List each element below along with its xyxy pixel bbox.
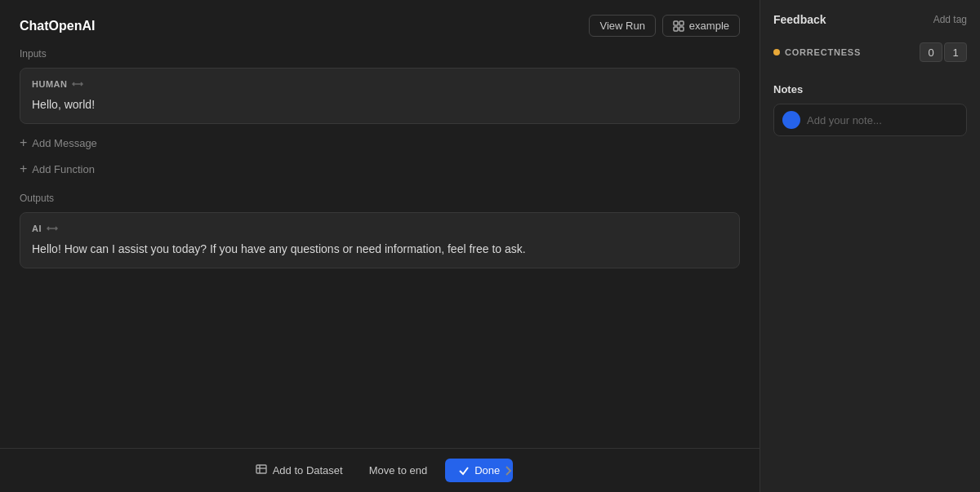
- swap-icon[interactable]: [72, 78, 83, 90]
- human-message-box: HUMAN Hello, world!: [20, 68, 740, 124]
- left-panel: ChatOpenAI View Run example Inputs: [0, 0, 760, 492]
- plus-icon-function: +: [20, 162, 27, 176]
- outputs-section: Outputs AI Hello! How can I assist you t…: [20, 193, 740, 268]
- dataset-icon: [255, 463, 268, 478]
- svg-rect-3: [679, 27, 684, 31]
- example-button[interactable]: example: [662, 15, 740, 37]
- add-message-label: Add Message: [32, 137, 97, 149]
- notes-title: Notes: [773, 83, 967, 95]
- add-tag-button[interactable]: Add tag: [933, 14, 967, 25]
- view-run-button[interactable]: View Run: [589, 15, 655, 37]
- move-to-end-button[interactable]: Move to end: [361, 459, 436, 481]
- inputs-section: Inputs HUMAN Hello, world! + Add M: [20, 48, 740, 180]
- svg-rect-4: [256, 465, 266, 473]
- outputs-label: Outputs: [20, 193, 740, 204]
- check-icon: [458, 465, 470, 476]
- content-area: Inputs HUMAN Hello, world! + Add M: [0, 48, 760, 277]
- add-function-label: Add Function: [32, 163, 95, 175]
- inputs-label: Inputs: [20, 48, 740, 60]
- grid-icon: [673, 20, 684, 32]
- add-function-action[interactable]: + Add Function: [20, 158, 740, 180]
- ai-swap-icon[interactable]: [47, 223, 58, 234]
- add-to-dataset-label: Add to Dataset: [273, 464, 343, 476]
- svg-rect-2: [674, 27, 678, 31]
- bottom-bar: Add to Dataset Move to end Done: [0, 448, 760, 492]
- add-to-dataset-button[interactable]: Add to Dataset: [247, 458, 351, 483]
- correctness-controls: 0 1: [920, 42, 967, 62]
- feedback-header: Feedback Add tag: [773, 13, 967, 26]
- feedback-title: Feedback: [773, 13, 826, 26]
- svg-rect-1: [679, 21, 684, 25]
- note-input-row[interactable]: Add your note...: [773, 104, 967, 136]
- arrow-right-icon: [501, 464, 514, 477]
- ai-message-box: AI Hello! How can I assist you today? If…: [20, 212, 740, 268]
- next-arrow-button[interactable]: [493, 459, 523, 482]
- note-placeholder: Add your note...: [807, 114, 882, 126]
- human-role-label: HUMAN: [32, 79, 67, 89]
- plus-icon-message: +: [20, 135, 27, 150]
- header-actions: View Run example: [589, 15, 740, 37]
- correctness-dot: [773, 49, 780, 55]
- example-label: example: [689, 20, 729, 32]
- move-to-end-label: Move to end: [369, 464, 428, 476]
- ai-role-label: AI: [32, 224, 42, 233]
- svg-rect-0: [674, 21, 678, 25]
- add-message-action[interactable]: + Add Message: [20, 132, 740, 153]
- human-message-content: Hello, world!: [32, 96, 728, 113]
- role-row: HUMAN: [32, 78, 728, 90]
- ai-message-content: Hello! How can I assist you today? If yo…: [32, 241, 728, 258]
- correctness-label: CORRECTNESS: [785, 47, 861, 57]
- score-0-button[interactable]: 0: [920, 42, 942, 62]
- header: ChatOpenAI View Run example: [0, 0, 760, 48]
- score-1-button[interactable]: 1: [944, 42, 967, 62]
- right-panel: Feedback Add tag CORRECTNESS 0 1 Notes A…: [760, 0, 980, 492]
- ai-role-row: AI: [32, 223, 728, 234]
- correctness-row: CORRECTNESS 0 1: [773, 38, 967, 67]
- note-avatar: [782, 111, 800, 129]
- notes-section: Notes Add your note...: [773, 83, 967, 136]
- app-title: ChatOpenAI: [20, 19, 95, 33]
- correctness-label-row: CORRECTNESS: [773, 47, 861, 57]
